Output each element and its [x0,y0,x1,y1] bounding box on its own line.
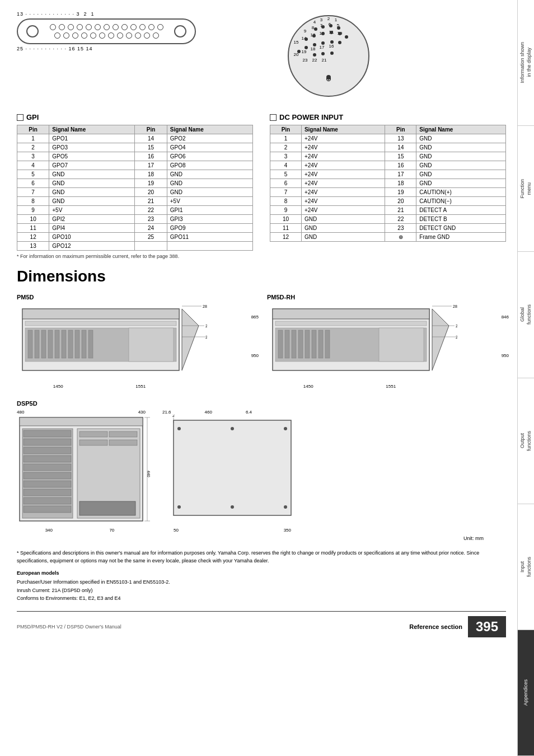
svg-text:283: 283 [453,304,457,308]
dc-title: DC POWER INPUT [279,113,343,121]
tab-information-shown[interactable]: Information shownin the display [517,0,534,126]
gpi-table-cell: 11 [17,224,49,233]
svg-rect-47 [25,321,176,326]
svg-rect-53 [55,330,59,358]
svg-rect-49 [28,330,32,358]
dc-table-cell: DETECT A [416,206,506,215]
dc-table-cell: +24V [301,134,385,143]
european-models-line: Conforms to Environments: E1, E2, E3 and… [17,594,506,602]
disclaimer-text: * Specifications and descriptions in thi… [17,550,506,565]
tab-function-menu[interactable]: Functionmenu [517,126,534,252]
svg-text:2: 2 [327,16,330,21]
svg-rect-92 [24,447,71,454]
svg-point-21 [314,27,317,31]
svg-rect-90 [24,430,71,437]
gpi-table-cell: 8 [17,197,49,206]
gpi-footnote: * For information on maximum permissible… [17,253,253,259]
tables-section: GPI Pin Signal Name Pin Signal Name 1GPO… [17,113,506,259]
svg-point-22 [321,25,325,29]
svg-rect-59 [129,328,174,361]
svg-point-29 [338,32,341,35]
dc-power-connector-diagram: 4 3 2 1 9 8 7 6 5 15 14 13 12 [273,11,506,102]
gpi-table-cell: 16 [135,152,167,161]
svg-rect-77 [318,330,323,358]
gpi-heading: GPI [17,113,253,121]
dc-table-cell: 16 [385,161,416,170]
pm5d-dim-865: 865 [251,314,259,320]
dc-table-cell: 10 [270,215,302,224]
dc-table-cell: +24V [301,170,385,179]
svg-point-27 [321,32,325,35]
gpi-col-pin2: Pin [135,125,167,134]
svg-rect-54 [62,330,66,358]
gpi-table-cell: GND [49,179,135,188]
dc-col-signal2: Signal Name [416,125,506,134]
svg-rect-56 [75,330,79,358]
dsp5d-dim-6-4: 6.4 [246,410,252,415]
table-row: 11GND23DETECT GND [270,224,506,233]
table-row: 5GND18GND [17,170,253,179]
svg-point-44 [326,75,331,79]
dc-col-pin2: Pin [385,125,416,134]
svg-text:8: 8 [312,25,315,30]
table-row: 2+24V14GND [270,143,506,152]
tab-input-functions[interactable]: Inputfunctions [517,504,534,630]
svg-rect-72 [285,330,289,358]
gpi-col-signal2: Signal Name [167,125,252,134]
gpi-connector-diagram: 13 · · · · · · · · · · · · · 3 2 1 [17,11,250,102]
dc-table-cell: 12 [270,233,302,242]
gpi-table-cell [135,242,167,251]
table-row: 9+24V21DETECT A [270,206,506,215]
svg-rect-71 [278,330,283,358]
pm5d-dim-1450: 1450 [53,384,63,389]
main-content: 13 · · · · · · · · · · · · · 3 2 1 [0,0,517,649]
footer-title: PM5D/PM5D-RH V2 / DSP5D Owner's Manual [17,624,121,630]
dc-table-cell: 9 [270,206,302,215]
dsp5d-dim-21-6: 21.6 [162,410,171,415]
svg-text:22: 22 [312,58,317,63]
page-number: 395 [468,616,506,637]
connectors-section: 13 · · · · · · · · · · · · · 3 2 1 [17,11,506,102]
svg-marker-80 [432,309,449,370]
pm5d-rh-dim-846: 846 [502,314,509,320]
european-models-title: European models [17,569,506,577]
dc-table-cell: GND [301,215,385,224]
gpi-table-cell: 17 [135,161,167,170]
pm5d-rh-dim-1450: 1450 [303,384,313,389]
page-footer: PM5D/PM5D-RH V2 / DSP5D Owner's Manual R… [17,611,506,637]
svg-point-0 [288,16,369,96]
dc-power-table: Pin Signal Name Pin Signal Name 1+24V13G… [270,125,506,242]
gpi-title: GPI [26,113,39,121]
gpi-table-cell: GND [49,188,135,197]
pm5d-rh-dim-950: 950 [502,353,509,358]
dc-power-svg: 4 3 2 1 9 8 7 6 5 15 14 13 12 [284,11,373,101]
svg-rect-76 [312,330,316,358]
tab-appendices[interactable]: Appendices [517,630,534,756]
svg-point-35 [330,40,334,44]
gpi-table-cell: GPO5 [49,152,135,161]
dc-table-cell: GND [301,233,385,242]
dc-table-cell: 14 [385,143,416,152]
gpi-table-cell: GPO8 [167,161,252,170]
tab-global-functions[interactable]: Globalfunctions [517,252,534,378]
svg-rect-74 [298,330,303,358]
svg-point-24 [337,26,340,30]
svg-rect-51 [41,330,46,358]
dc-table-cell: 23 [385,224,416,233]
footer-right: Reference section 395 [409,616,506,637]
gpi-col-signal1: Signal Name [49,125,135,134]
european-models-line: Inrush Current: 21A (DSP5D only) [17,586,506,594]
dc-table-cell: 11 [270,224,302,233]
tab-output-functions[interactable]: Outputfunctions [517,378,534,504]
gpi-table-cell: 25 [135,233,167,242]
svg-text:23: 23 [303,58,308,63]
gpi-table-cell: GPO3 [49,143,135,152]
gpi-table-cell: 24 [135,224,167,233]
svg-marker-60 [182,309,199,370]
dc-table-cell: GND [301,224,385,233]
gpi-table-cell: 5 [17,170,49,179]
dc-table-cell: +24V [301,152,385,161]
dc-table-cell: 3 [270,152,302,161]
dc-checkbox-icon [270,114,277,121]
svg-point-38 [321,52,325,55]
